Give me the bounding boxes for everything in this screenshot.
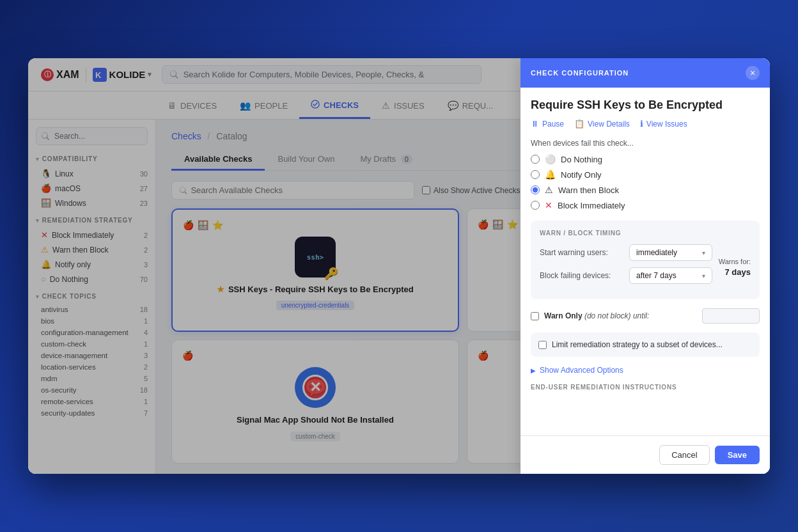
block-devices-select[interactable]: after 7 days ▾ [629, 267, 712, 284]
warn-only-label: Warn Only (do not block) until: [544, 311, 649, 320]
start-warning-row: Start warning users: immediately ▾ [540, 244, 714, 261]
advanced-arrow: ▶ [531, 367, 536, 374]
modal-footer: Cancel Save [520, 435, 770, 474]
block-devices-label: Block failing devices: [540, 271, 623, 280]
warns-for-label: Warns for: [719, 258, 751, 265]
view-details-label: View Details [588, 120, 630, 129]
check-config-modal: CHECK CONFIGURATION × Require SSH Keys t… [520, 120, 770, 474]
app-body: ▾ COMPATIBILITY 🐧 Linux 30 🍎 macOS 27 🪟 … [28, 120, 770, 474]
pause-label: Pause [542, 120, 564, 129]
do-nothing-radio-label: Do Nothing [561, 155, 602, 164]
cancel-button[interactable]: Cancel [659, 445, 709, 465]
warns-for: Warns for: 7 days [719, 257, 751, 279]
view-issues-icon: ℹ [640, 120, 643, 129]
warn-only-date-input[interactable] [702, 308, 760, 324]
warn-block-section: WARN / BLOCK TIMING Start warning users:… [531, 221, 760, 299]
view-details-action[interactable]: 📋 View Details [574, 120, 630, 129]
radio-block-input[interactable] [531, 201, 540, 210]
save-button[interactable]: Save [715, 446, 760, 464]
warn-only-bold: Warn Only [544, 311, 583, 320]
radio-warn-block[interactable]: ⚠ Warn then Block [531, 185, 760, 195]
radio-warn-block-input[interactable] [531, 185, 540, 194]
modal-body: Require SSH Keys to Be Encrypted ⏸ Pause… [520, 120, 770, 435]
advanced-label: Show Advanced Options [540, 366, 623, 375]
warn-only-checkbox[interactable] [531, 312, 539, 320]
pause-icon: ⏸ [531, 120, 539, 129]
block-devices-arrow: ▾ [702, 272, 705, 279]
start-warning-label: Start warning users: [540, 248, 623, 257]
when-fail-label: When devices fail this check... [531, 139, 760, 148]
radio-block-immediately[interactable]: ✕ Block Immediately [531, 200, 760, 210]
warns-for-value: 7 days [725, 267, 751, 277]
start-warning-value: immediately [636, 248, 677, 257]
start-warning-arrow: ▾ [702, 249, 705, 256]
view-issues-label: View Issues [646, 120, 687, 129]
do-nothing-radio-icon: ⚪ [545, 154, 556, 164]
block-radio-icon: ✕ [545, 200, 552, 210]
pause-action[interactable]: ⏸ Pause [531, 120, 564, 129]
advanced-row[interactable]: ▶ Show Advanced Options [531, 366, 760, 375]
modal-actions: ⏸ Pause 📋 View Details ℹ View Issues [531, 120, 760, 129]
start-warning-select[interactable]: immediately ▾ [629, 244, 712, 261]
warn-block-radio-label: Warn then Block [558, 185, 619, 195]
notify-radio-label: Notify Only [561, 170, 602, 180]
limit-label: Limit remediation strategy to a subset o… [552, 340, 723, 349]
warn-only-sub: (do not block) until: [584, 311, 649, 320]
view-issues-action[interactable]: ℹ View Issues [640, 120, 687, 129]
radio-do-nothing-input[interactable] [531, 155, 540, 164]
warn-block-radio-icon: ⚠ [545, 185, 553, 195]
radio-group: ⚪ Do Nothing 🔔 Notify Only ⚠ Warn then B… [531, 154, 760, 210]
modal-overlay: CHECK CONFIGURATION × Require SSH Keys t… [28, 120, 770, 474]
app-window: ⓘ XAM K KOLIDE ▾ 2 M [28, 58, 770, 474]
view-details-icon: 📋 [574, 120, 584, 129]
limit-checkbox[interactable] [538, 341, 547, 349]
limit-row: Limit remediation strategy to a subset o… [531, 332, 760, 357]
warn-block-section-title: WARN / BLOCK TIMING [540, 230, 751, 237]
block-devices-row: Block failing devices: after 7 days ▾ [540, 267, 714, 284]
notify-radio-icon: 🔔 [545, 169, 556, 180]
radio-notify-only[interactable]: 🔔 Notify Only [531, 169, 760, 180]
block-radio-label: Block Immediately [558, 201, 625, 210]
radio-notify-input[interactable] [531, 170, 540, 179]
end-user-section: END-USER REMEDIATION INSTRUCTIONS [531, 384, 760, 391]
warn-only-row: Warn Only (do not block) until: [531, 308, 760, 324]
radio-do-nothing[interactable]: ⚪ Do Nothing [531, 154, 760, 164]
block-devices-value: after 7 days [636, 271, 677, 280]
